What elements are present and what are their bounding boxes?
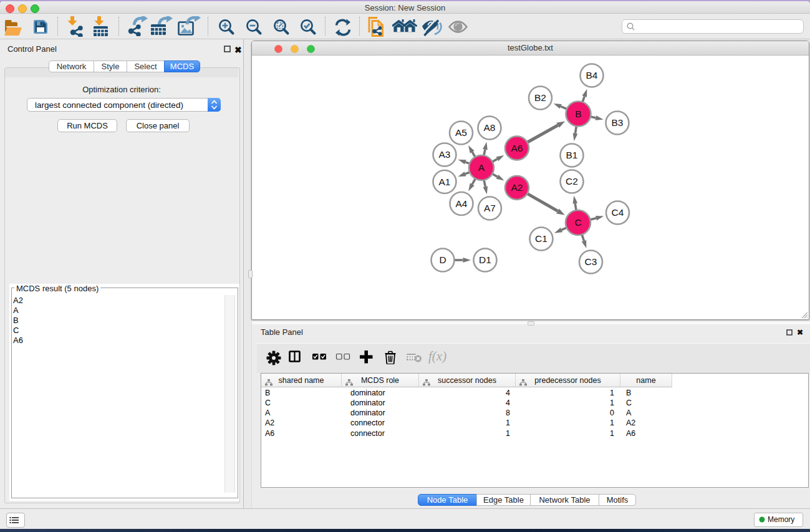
svg-text:D1: D1 (479, 254, 491, 265)
svg-text:A5: A5 (455, 127, 467, 138)
svg-text:B1: B1 (566, 150, 578, 160)
svg-text:B3: B3 (612, 117, 624, 128)
svg-text:C: C (574, 217, 581, 228)
svg-text:C1: C1 (535, 233, 547, 244)
svg-text:A1: A1 (439, 177, 451, 187)
svg-text:D: D (439, 254, 446, 265)
svg-text:A4: A4 (456, 198, 468, 209)
svg-text:A7: A7 (484, 203, 496, 213)
svg-text:B: B (575, 109, 581, 119)
svg-text:C4: C4 (612, 207, 624, 218)
svg-text:A2: A2 (511, 182, 523, 193)
svg-text:B4: B4 (586, 70, 598, 80)
svg-text:B2: B2 (534, 92, 546, 103)
svg-text:A: A (478, 162, 485, 173)
svg-text:A8: A8 (484, 122, 496, 133)
svg-text:A6: A6 (511, 143, 523, 153)
svg-text:A3: A3 (439, 149, 451, 160)
svg-text:C3: C3 (585, 256, 597, 267)
svg-text:C2: C2 (566, 176, 578, 186)
